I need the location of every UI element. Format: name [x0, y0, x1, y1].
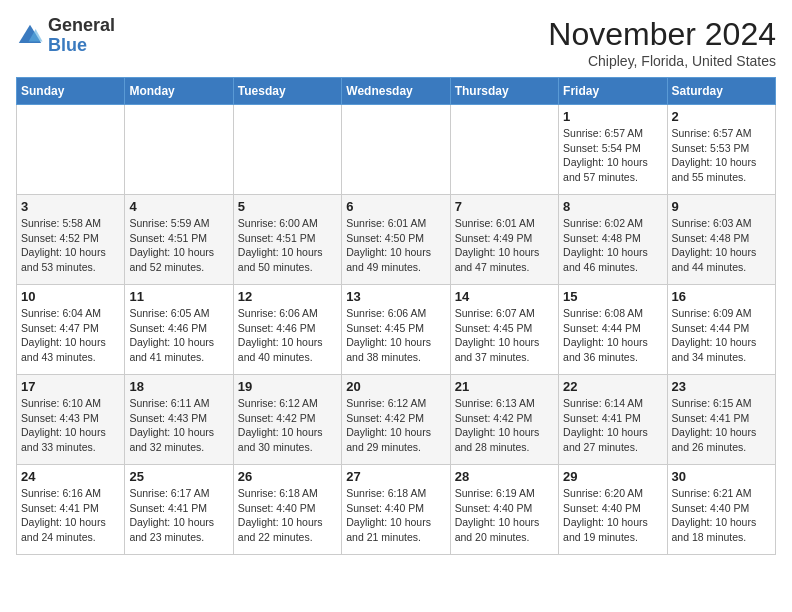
- day-number: 7: [455, 199, 554, 214]
- day-number: 17: [21, 379, 120, 394]
- day-info: Sunrise: 6:16 AM Sunset: 4:41 PM Dayligh…: [21, 486, 120, 545]
- day-info: Sunrise: 6:17 AM Sunset: 4:41 PM Dayligh…: [129, 486, 228, 545]
- calendar-week-row: 3Sunrise: 5:58 AM Sunset: 4:52 PM Daylig…: [17, 195, 776, 285]
- day-info: Sunrise: 6:57 AM Sunset: 5:53 PM Dayligh…: [672, 126, 771, 185]
- calendar-cell: 15Sunrise: 6:08 AM Sunset: 4:44 PM Dayli…: [559, 285, 667, 375]
- day-info: Sunrise: 6:12 AM Sunset: 4:42 PM Dayligh…: [346, 396, 445, 455]
- calendar-cell: 8Sunrise: 6:02 AM Sunset: 4:48 PM Daylig…: [559, 195, 667, 285]
- day-number: 13: [346, 289, 445, 304]
- calendar-cell: 28Sunrise: 6:19 AM Sunset: 4:40 PM Dayli…: [450, 465, 558, 555]
- calendar-cell: 19Sunrise: 6:12 AM Sunset: 4:42 PM Dayli…: [233, 375, 341, 465]
- calendar-day-header: Thursday: [450, 78, 558, 105]
- day-info: Sunrise: 5:58 AM Sunset: 4:52 PM Dayligh…: [21, 216, 120, 275]
- day-number: 1: [563, 109, 662, 124]
- calendar-table: SundayMondayTuesdayWednesdayThursdayFrid…: [16, 77, 776, 555]
- calendar-body: 1Sunrise: 6:57 AM Sunset: 5:54 PM Daylig…: [17, 105, 776, 555]
- calendar-cell: 23Sunrise: 6:15 AM Sunset: 4:41 PM Dayli…: [667, 375, 775, 465]
- calendar-week-row: 24Sunrise: 6:16 AM Sunset: 4:41 PM Dayli…: [17, 465, 776, 555]
- calendar-week-row: 10Sunrise: 6:04 AM Sunset: 4:47 PM Dayli…: [17, 285, 776, 375]
- calendar-cell: 30Sunrise: 6:21 AM Sunset: 4:40 PM Dayli…: [667, 465, 775, 555]
- logo-blue-text: Blue: [48, 35, 87, 55]
- calendar-day-header: Friday: [559, 78, 667, 105]
- day-number: 5: [238, 199, 337, 214]
- day-number: 14: [455, 289, 554, 304]
- day-number: 23: [672, 379, 771, 394]
- calendar-day-header: Sunday: [17, 78, 125, 105]
- day-info: Sunrise: 6:13 AM Sunset: 4:42 PM Dayligh…: [455, 396, 554, 455]
- day-number: 28: [455, 469, 554, 484]
- day-number: 18: [129, 379, 228, 394]
- calendar-header-row: SundayMondayTuesdayWednesdayThursdayFrid…: [17, 78, 776, 105]
- day-number: 16: [672, 289, 771, 304]
- day-number: 29: [563, 469, 662, 484]
- day-number: 4: [129, 199, 228, 214]
- day-info: Sunrise: 5:59 AM Sunset: 4:51 PM Dayligh…: [129, 216, 228, 275]
- day-info: Sunrise: 6:01 AM Sunset: 4:50 PM Dayligh…: [346, 216, 445, 275]
- day-info: Sunrise: 6:00 AM Sunset: 4:51 PM Dayligh…: [238, 216, 337, 275]
- day-info: Sunrise: 6:07 AM Sunset: 4:45 PM Dayligh…: [455, 306, 554, 365]
- day-number: 26: [238, 469, 337, 484]
- day-info: Sunrise: 6:15 AM Sunset: 4:41 PM Dayligh…: [672, 396, 771, 455]
- calendar-cell: 17Sunrise: 6:10 AM Sunset: 4:43 PM Dayli…: [17, 375, 125, 465]
- calendar-cell: [342, 105, 450, 195]
- day-number: 21: [455, 379, 554, 394]
- calendar-cell: 14Sunrise: 6:07 AM Sunset: 4:45 PM Dayli…: [450, 285, 558, 375]
- calendar-cell: 12Sunrise: 6:06 AM Sunset: 4:46 PM Dayli…: [233, 285, 341, 375]
- calendar-cell: 10Sunrise: 6:04 AM Sunset: 4:47 PM Dayli…: [17, 285, 125, 375]
- day-number: 2: [672, 109, 771, 124]
- page-header: General Blue November 2024 Chipley, Flor…: [16, 16, 776, 69]
- day-info: Sunrise: 6:04 AM Sunset: 4:47 PM Dayligh…: [21, 306, 120, 365]
- day-number: 22: [563, 379, 662, 394]
- day-info: Sunrise: 6:06 AM Sunset: 4:45 PM Dayligh…: [346, 306, 445, 365]
- day-info: Sunrise: 6:20 AM Sunset: 4:40 PM Dayligh…: [563, 486, 662, 545]
- calendar-cell: [450, 105, 558, 195]
- day-info: Sunrise: 6:06 AM Sunset: 4:46 PM Dayligh…: [238, 306, 337, 365]
- calendar-cell: 18Sunrise: 6:11 AM Sunset: 4:43 PM Dayli…: [125, 375, 233, 465]
- logo-general-text: General: [48, 15, 115, 35]
- day-number: 11: [129, 289, 228, 304]
- logo-icon: [16, 22, 44, 50]
- day-info: Sunrise: 6:12 AM Sunset: 4:42 PM Dayligh…: [238, 396, 337, 455]
- location-text: Chipley, Florida, United States: [548, 53, 776, 69]
- day-number: 24: [21, 469, 120, 484]
- calendar-cell: [125, 105, 233, 195]
- logo: General Blue: [16, 16, 115, 56]
- calendar-cell: 4Sunrise: 5:59 AM Sunset: 4:51 PM Daylig…: [125, 195, 233, 285]
- day-info: Sunrise: 6:02 AM Sunset: 4:48 PM Dayligh…: [563, 216, 662, 275]
- calendar-cell: 29Sunrise: 6:20 AM Sunset: 4:40 PM Dayli…: [559, 465, 667, 555]
- calendar-cell: 11Sunrise: 6:05 AM Sunset: 4:46 PM Dayli…: [125, 285, 233, 375]
- calendar-cell: 2Sunrise: 6:57 AM Sunset: 5:53 PM Daylig…: [667, 105, 775, 195]
- calendar-cell: 13Sunrise: 6:06 AM Sunset: 4:45 PM Dayli…: [342, 285, 450, 375]
- day-info: Sunrise: 6:11 AM Sunset: 4:43 PM Dayligh…: [129, 396, 228, 455]
- day-info: Sunrise: 6:14 AM Sunset: 4:41 PM Dayligh…: [563, 396, 662, 455]
- day-info: Sunrise: 6:03 AM Sunset: 4:48 PM Dayligh…: [672, 216, 771, 275]
- month-title: November 2024: [548, 16, 776, 53]
- day-number: 27: [346, 469, 445, 484]
- day-number: 20: [346, 379, 445, 394]
- day-info: Sunrise: 6:05 AM Sunset: 4:46 PM Dayligh…: [129, 306, 228, 365]
- calendar-cell: 22Sunrise: 6:14 AM Sunset: 4:41 PM Dayli…: [559, 375, 667, 465]
- calendar-day-header: Tuesday: [233, 78, 341, 105]
- day-number: 10: [21, 289, 120, 304]
- calendar-cell: 1Sunrise: 6:57 AM Sunset: 5:54 PM Daylig…: [559, 105, 667, 195]
- day-info: Sunrise: 6:01 AM Sunset: 4:49 PM Dayligh…: [455, 216, 554, 275]
- calendar-cell: [233, 105, 341, 195]
- day-info: Sunrise: 6:18 AM Sunset: 4:40 PM Dayligh…: [346, 486, 445, 545]
- day-info: Sunrise: 6:21 AM Sunset: 4:40 PM Dayligh…: [672, 486, 771, 545]
- day-number: 3: [21, 199, 120, 214]
- title-block: November 2024 Chipley, Florida, United S…: [548, 16, 776, 69]
- day-info: Sunrise: 6:09 AM Sunset: 4:44 PM Dayligh…: [672, 306, 771, 365]
- day-number: 19: [238, 379, 337, 394]
- calendar-cell: 3Sunrise: 5:58 AM Sunset: 4:52 PM Daylig…: [17, 195, 125, 285]
- calendar-cell: 9Sunrise: 6:03 AM Sunset: 4:48 PM Daylig…: [667, 195, 775, 285]
- calendar-cell: 16Sunrise: 6:09 AM Sunset: 4:44 PM Dayli…: [667, 285, 775, 375]
- calendar-cell: 24Sunrise: 6:16 AM Sunset: 4:41 PM Dayli…: [17, 465, 125, 555]
- calendar-cell: 21Sunrise: 6:13 AM Sunset: 4:42 PM Dayli…: [450, 375, 558, 465]
- calendar-cell: [17, 105, 125, 195]
- day-info: Sunrise: 6:19 AM Sunset: 4:40 PM Dayligh…: [455, 486, 554, 545]
- calendar-cell: 25Sunrise: 6:17 AM Sunset: 4:41 PM Dayli…: [125, 465, 233, 555]
- day-info: Sunrise: 6:18 AM Sunset: 4:40 PM Dayligh…: [238, 486, 337, 545]
- calendar-week-row: 17Sunrise: 6:10 AM Sunset: 4:43 PM Dayli…: [17, 375, 776, 465]
- day-number: 30: [672, 469, 771, 484]
- calendar-cell: 26Sunrise: 6:18 AM Sunset: 4:40 PM Dayli…: [233, 465, 341, 555]
